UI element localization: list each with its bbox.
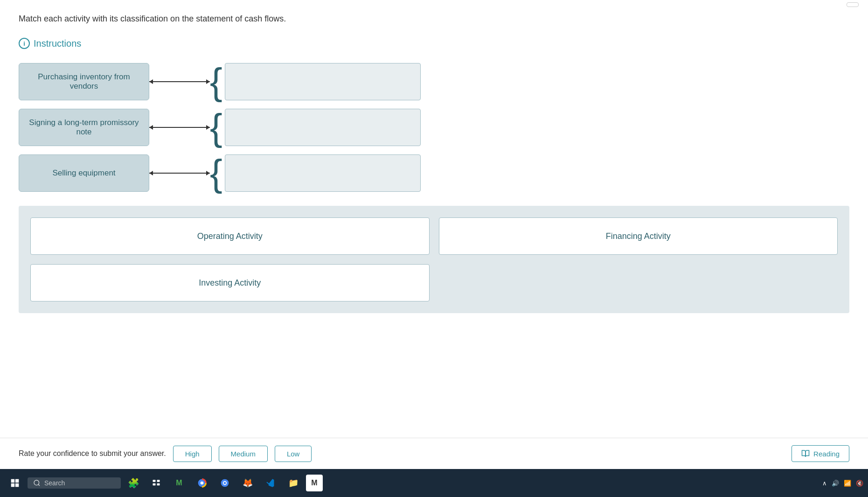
svg-line-5 — [38, 484, 40, 486]
chrome-m-icon[interactable]: M — [169, 473, 189, 493]
answer-box-3[interactable] — [225, 154, 421, 192]
option-operating[interactable]: Operating Activity — [30, 217, 430, 255]
arrow-connector-1 — [149, 81, 210, 82]
medium-button[interactable]: Medium — [219, 446, 268, 462]
search-input[interactable] — [44, 479, 110, 487]
reading-button[interactable]: Reading — [792, 445, 849, 462]
arrow-line-1 — [149, 81, 210, 82]
windows-icon[interactable] — [5, 473, 25, 493]
book-icon — [801, 449, 810, 458]
vscode-icon[interactable] — [260, 473, 281, 493]
match-row-1: Purchasing inventory from vendors { — [19, 63, 849, 100]
svg-rect-3 — [15, 483, 19, 487]
info-icon: i — [19, 38, 30, 49]
brace-1: { — [210, 63, 222, 100]
svg-rect-1 — [15, 479, 19, 483]
svg-rect-9 — [157, 483, 160, 486]
activity-box-3: Selling equipment — [19, 154, 149, 192]
answer-box-1[interactable] — [225, 63, 421, 100]
brace-3: { — [210, 154, 222, 192]
low-button[interactable]: Low — [275, 446, 312, 462]
arrow-connector-3 — [149, 173, 210, 174]
svg-point-14 — [224, 482, 226, 484]
matching-section: Purchasing inventory from vendors { Sign… — [19, 63, 849, 192]
main-content: Match each activity with its classificat… — [0, 0, 868, 313]
option-financing[interactable]: Financing Activity — [439, 217, 838, 255]
svg-rect-0 — [11, 479, 15, 483]
brace-2: { — [210, 109, 222, 146]
high-button[interactable]: High — [173, 446, 212, 462]
answer-box-2[interactable] — [225, 109, 421, 146]
taskbar: 🧩 M 🦊 📁 M ∧ 🔊 📶 🔇 — [0, 469, 868, 497]
option-investing[interactable]: Investing Activity — [30, 264, 430, 301]
instruction-text: Match each activity with its classificat… — [19, 14, 849, 24]
wifi-icon[interactable]: 📶 — [844, 480, 851, 487]
multitasking-icon[interactable] — [146, 473, 167, 493]
taskbar-search[interactable] — [28, 477, 121, 489]
activity-box-1: Purchasing inventory from vendors — [19, 63, 149, 100]
activity-box-2: Signing a long-term promissory note — [19, 109, 149, 146]
widgets-icon[interactable]: 🧩 — [123, 473, 144, 493]
arrow-line-2 — [149, 127, 210, 128]
confidence-section: Rate your confidence to submit your answ… — [19, 446, 312, 462]
mute-icon[interactable]: 🔇 — [856, 480, 863, 487]
instructions-label: Instructions — [34, 38, 81, 49]
svg-rect-8 — [153, 483, 156, 486]
confidence-label: Rate your confidence to submit your answ… — [19, 449, 166, 458]
files-icon[interactable]: 📁 — [283, 473, 304, 493]
bottom-bar: Rate your confidence to submit your answ… — [0, 438, 868, 469]
options-container: Operating Activity Financing Activity In… — [19, 206, 849, 313]
top-right-button[interactable] — [847, 2, 859, 7]
svg-point-11 — [201, 482, 204, 485]
chrome-c-icon[interactable] — [192, 473, 212, 493]
arrow-connector-2 — [149, 127, 210, 128]
match-row-3: Selling equipment { — [19, 154, 849, 192]
svg-rect-6 — [153, 480, 156, 482]
m-app-icon[interactable]: M — [306, 475, 323, 491]
search-icon — [33, 479, 41, 487]
firefox-icon[interactable]: 🦊 — [237, 473, 258, 493]
taskbar-right: ∧ 🔊 📶 🔇 — [822, 480, 863, 487]
arrow-line-3 — [149, 173, 210, 174]
svg-rect-7 — [157, 480, 160, 482]
volume-icon[interactable]: 🔊 — [832, 480, 839, 487]
svg-rect-2 — [11, 483, 15, 487]
match-row-2: Signing a long-term promissory note { — [19, 109, 849, 146]
svg-point-4 — [34, 480, 39, 485]
system-tray-up[interactable]: ∧ — [822, 480, 827, 487]
chrome-icon[interactable] — [215, 473, 235, 493]
instructions-link[interactable]: i Instructions — [19, 38, 849, 49]
